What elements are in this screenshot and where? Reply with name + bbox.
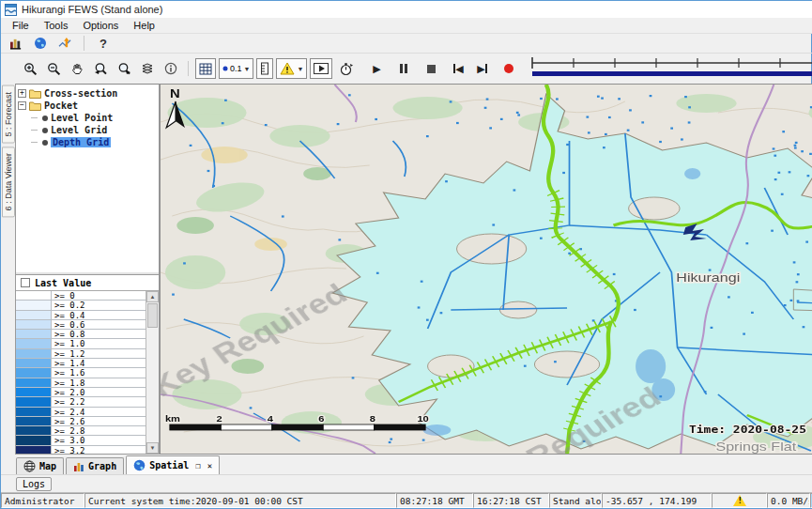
scroll-down-icon[interactable]: ▼: [146, 442, 159, 454]
legend-row: >= 1.4: [16, 359, 146, 368]
main-toolbar: ?: [1, 34, 812, 54]
zoom-in-icon[interactable]: [20, 58, 40, 79]
legend-swatch: [16, 311, 52, 319]
tree-node-label: Level Point: [51, 113, 113, 123]
svg-text:10: 10: [417, 414, 429, 424]
map-toolbar: 0.1 ▼ ▼ ▶ ◀ ▶: [1, 54, 812, 84]
wire-globe-icon: [23, 460, 36, 472]
legend-row: >= 1.2: [16, 349, 146, 359]
legend-swatch: [16, 368, 52, 377]
tree-connector: [31, 117, 38, 118]
svg-text:N: N: [170, 87, 180, 100]
layer-bullet-icon: [42, 128, 48, 133]
application-window: Hikurangi FEWS (Stand alone) – ❐ ✕ File …: [0, 0, 812, 509]
animation-timer-icon[interactable]: [335, 58, 356, 79]
layer-bullet-icon: [42, 140, 48, 146]
scale-bar-segments: [170, 424, 425, 430]
legend-swatch: [16, 417, 52, 425]
layer-tree: + Cross-section − Pocket Level Point Lev…: [16, 85, 159, 274]
step-forward-button[interactable]: ▶: [471, 58, 492, 79]
legend-row: >= 1.0: [16, 339, 146, 348]
menu-file[interactable]: File: [5, 19, 37, 32]
expand-icon[interactable]: +: [18, 89, 26, 98]
menu-bar: File Tools Options Help: [1, 18, 812, 34]
logs-button[interactable]: Logs: [16, 477, 52, 491]
tree-node-pocket[interactable]: − Pocket: [18, 100, 157, 112]
status-local-time: 16:27:18 CST: [473, 493, 549, 508]
legend-swatch: [16, 291, 52, 300]
svg-text:2: 2: [216, 414, 222, 424]
layer-bullet-icon: [42, 116, 48, 121]
status-system-time: Current system time:2020-09-01 00:00 CST: [84, 493, 396, 508]
pause-button[interactable]: [393, 58, 414, 79]
sidebar-tab-data-viewer[interactable]: 6 : Data Viewer: [2, 147, 15, 217]
step-back-button[interactable]: ◀: [448, 58, 468, 79]
zoom-out-icon[interactable]: [43, 58, 64, 79]
window-title: Hikurangi FEWS (Stand alone): [22, 4, 162, 15]
legend-swatch: [16, 446, 52, 454]
info-icon[interactable]: [161, 58, 181, 79]
tab-spatial[interactable]: Spatial ❐ ✕: [126, 455, 220, 474]
legend-row: >= 2.4: [16, 408, 146, 417]
map-canvas[interactable]: API Key Required API Key Required N Hiku…: [160, 84, 812, 455]
status-warning[interactable]: [712, 493, 767, 508]
legend-swatch: [16, 388, 52, 396]
status-gmt-time: 08:27:18 GMT: [396, 493, 473, 508]
help-button[interactable]: ?: [94, 35, 113, 52]
tab-graph[interactable]: Graph: [66, 457, 124, 474]
scrollbar-thumb[interactable]: [147, 303, 158, 328]
collapse-icon[interactable]: −: [18, 101, 26, 110]
legend-row: >= 2.2: [16, 397, 146, 407]
last-value-label: Last Value: [35, 278, 91, 288]
timeline-slider[interactable]: [529, 55, 812, 82]
title-bar: Hikurangi FEWS (Stand alone) – ❐ ✕: [1, 1, 812, 18]
legend-scrollbar[interactable]: ▲ ▼: [146, 291, 159, 454]
menu-tools[interactable]: Tools: [37, 19, 76, 32]
record-button[interactable]: [498, 58, 519, 79]
legend-row: >= 0.4: [16, 311, 146, 320]
legend-row: >= 0.2: [16, 301, 146, 310]
contour-interval-dropdown[interactable]: 0.1 ▼: [219, 58, 253, 79]
menu-help[interactable]: Help: [126, 19, 162, 32]
toolbar-separator: [84, 36, 84, 51]
animation-dialog-button[interactable]: [310, 58, 332, 79]
status-mode: Stand alone: [549, 493, 602, 508]
tab-close-icon[interactable]: ✕: [207, 461, 212, 470]
play-button[interactable]: ▶: [366, 58, 387, 79]
legend-swatch: [16, 330, 52, 338]
sidebar-tab-forecast[interactable]: 5 : Forecast: [2, 85, 15, 144]
database-display-icon[interactable]: [7, 35, 25, 52]
tree-node-level-grid[interactable]: Level Grid: [18, 124, 157, 136]
logs-row: Logs: [1, 474, 812, 492]
tree-node-cross-section[interactable]: + Cross-section: [18, 87, 157, 100]
legend-panel: Last Value >= 0 >= 0.2 >= 0.4 >= 0.6 >= …: [16, 274, 159, 454]
legend-swatch: [16, 301, 52, 309]
legend-swatch: [16, 339, 52, 347]
legend-row: >= 0: [16, 291, 146, 301]
zoom-previous-icon[interactable]: [90, 58, 111, 79]
last-value-checkbox[interactable]: [21, 278, 30, 287]
longitudinal-profile-button[interactable]: [256, 58, 273, 79]
contour-interval-value: 0.1: [230, 64, 242, 73]
thresholds-warning-dropdown[interactable]: ▼: [276, 58, 307, 79]
zoom-next-icon[interactable]: [114, 58, 134, 79]
profile-display-icon[interactable]: [55, 35, 74, 52]
legend-swatch: [16, 349, 52, 358]
stop-button[interactable]: [421, 58, 441, 79]
tab-maximize-icon[interactable]: ❐: [195, 461, 200, 470]
spatial-display-globe-icon[interactable]: [31, 35, 50, 52]
town-label: Hikurangi: [676, 270, 740, 284]
layers-icon[interactable]: [137, 58, 158, 79]
tab-map[interactable]: Map: [16, 457, 64, 474]
pan-hand-icon[interactable]: [67, 58, 87, 79]
status-bar: Administrator Current system time:2020-0…: [1, 492, 812, 508]
tree-node-label-selected: Depth Grid: [51, 137, 111, 147]
scroll-up-icon[interactable]: ▲: [146, 291, 159, 302]
tree-node-level-point[interactable]: Level Point: [18, 112, 157, 124]
tree-node-depth-grid[interactable]: Depth Grid: [18, 136, 157, 148]
legend-swatch: [16, 397, 52, 406]
grid-display-button[interactable]: [195, 58, 216, 79]
bottom-tab-bar: Map Graph Spatial ❐ ✕: [1, 455, 812, 474]
menu-options[interactable]: Options: [75, 19, 126, 32]
legend-row: >= 3.2: [16, 446, 146, 454]
